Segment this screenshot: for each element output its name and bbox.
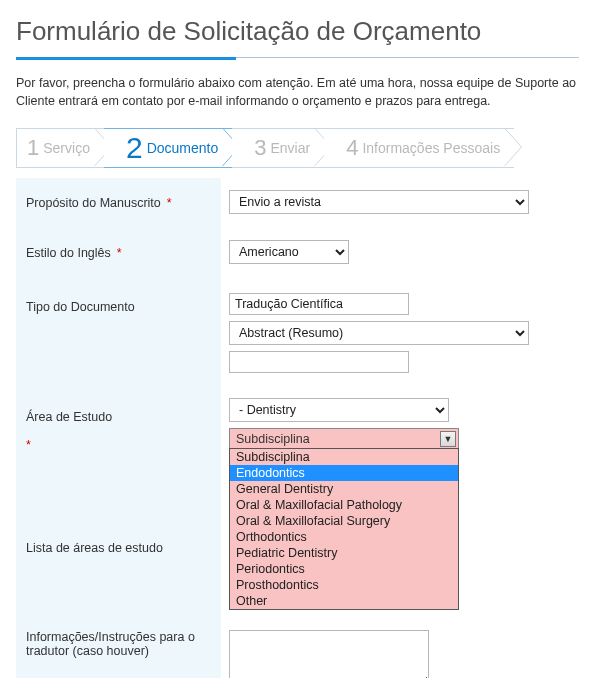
label-text: Informações/Instruções para o tradutor (… (26, 630, 211, 658)
doc-type-select[interactable]: Abstract (Resumo) (229, 321, 529, 345)
instructions-textarea[interactable] (229, 630, 429, 678)
doc-type-extra-input[interactable] (229, 351, 409, 373)
subdiscipline-option[interactable]: Prosthodontics (230, 577, 458, 593)
label-study-area: Área de Estudo * (16, 388, 221, 488)
form-body: Propósito do Manuscrito * Envio a revist… (16, 178, 579, 678)
subdiscipline-option[interactable]: Pediatric Dentistry (230, 545, 458, 561)
subdiscipline-option[interactable]: Subdisciplina (230, 449, 458, 465)
subdiscipline-option-list: Subdisciplina Endodontics General Dentis… (230, 449, 458, 609)
step-send[interactable]: 3 Enviar (232, 128, 324, 168)
label-purpose: Propósito do Manuscrito * (16, 178, 221, 228)
step-label: Informações Pessoais (362, 140, 500, 156)
row-purpose: Propósito do Manuscrito * Envio a revist… (16, 178, 579, 228)
label-text: Propósito do Manuscrito (26, 196, 161, 210)
row-english-style: Estilo do Inglês * Americano (16, 228, 579, 278)
study-area-select[interactable]: - Dentistry (229, 398, 449, 422)
doc-type-text-input[interactable] (229, 293, 409, 315)
subdiscipline-option[interactable]: Endodontics (230, 465, 458, 481)
label-doc-type: Tipo do Documento (16, 278, 221, 388)
step-label: Documento (147, 140, 219, 156)
subdiscipline-dropdown-open: Subdisciplina Endodontics General Dentis… (229, 448, 459, 610)
step-number: 1 (27, 135, 39, 161)
step-label: Serviço (43, 140, 90, 156)
label-study-list: Lista de áreas de estudo (16, 488, 221, 608)
row-doc-type: Tipo do Documento Abstract (Resumo) (16, 278, 579, 388)
chevron-down-icon: ▼ (440, 431, 456, 447)
row-study-area: Área de Estudo * - Dentistry Subdiscipli… (16, 388, 579, 488)
label-text: Área de Estudo (26, 410, 112, 424)
step-personal-info[interactable]: 4 Informações Pessoais (324, 128, 514, 168)
row-instructions: Informações/Instruções para o tradutor (… (16, 608, 579, 678)
step-tabs: 1 Serviço 2 Documento 3 Enviar 4 Informa… (16, 128, 579, 168)
step-document[interactable]: 2 Documento (104, 128, 232, 168)
subdiscipline-option[interactable]: Orthodontics (230, 529, 458, 545)
label-instructions: Informações/Instruções para o tradutor (… (16, 608, 221, 678)
subdiscipline-option[interactable]: Other (230, 593, 458, 609)
page-title: Formulário de Solicitação de Orçamento (16, 16, 579, 47)
label-english-style: Estilo do Inglês * (16, 228, 221, 278)
subdiscipline-option[interactable]: Oral & Maxillofacial Pathology (230, 497, 458, 513)
intro-text: Por favor, preencha o formulário abaixo … (16, 74, 579, 110)
step-number: 2 (126, 131, 143, 165)
label-text: Lista de áreas de estudo (26, 541, 163, 555)
purpose-select[interactable]: Envio a revista (229, 190, 529, 214)
subdiscipline-select[interactable]: Subdisciplina ▼ (229, 428, 459, 450)
label-text: Tipo do Documento (26, 300, 135, 314)
subdiscipline-selected-label: Subdisciplina (236, 432, 310, 446)
english-style-select[interactable]: Americano (229, 240, 349, 264)
step-number: 4 (346, 135, 358, 161)
step-service[interactable]: 1 Serviço (16, 128, 104, 168)
subdiscipline-option[interactable]: Oral & Maxillofacial Surgery (230, 513, 458, 529)
step-number: 3 (254, 135, 266, 161)
chevron-right-icon (504, 128, 524, 166)
subdiscipline-option[interactable]: General Dentistry (230, 481, 458, 497)
required-marker: * (26, 438, 31, 452)
label-text: Estilo do Inglês (26, 246, 111, 260)
title-accent (16, 57, 236, 60)
required-marker: * (167, 196, 172, 210)
required-marker: * (117, 246, 122, 260)
step-label: Enviar (270, 140, 310, 156)
subdiscipline-option[interactable]: Periodontics (230, 561, 458, 577)
